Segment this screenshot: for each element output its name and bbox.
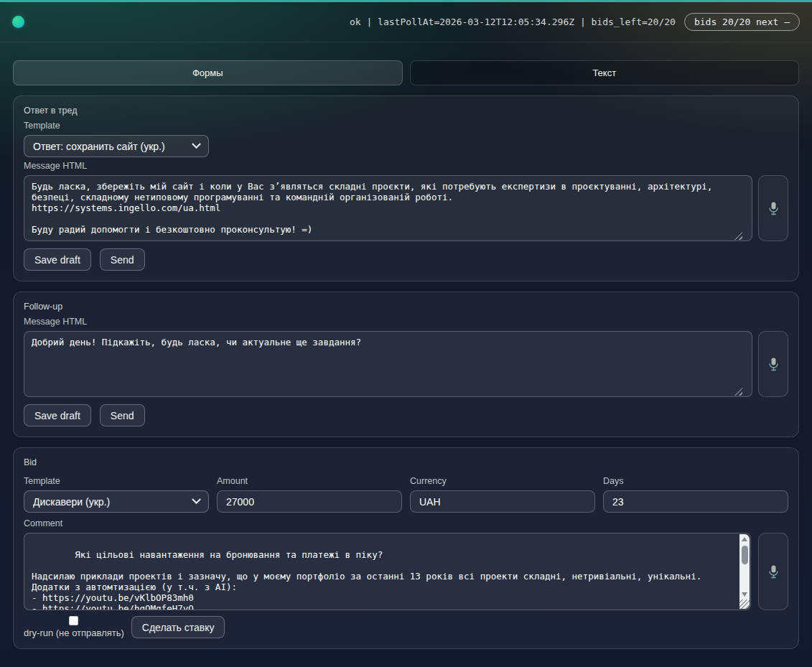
bid-days-label: Days	[603, 476, 788, 486]
bids-next-button[interactable]: bids 20/20 next —	[684, 13, 800, 31]
chevron-down-icon	[192, 139, 201, 149]
dry-run-label: dry-run (не отправлять)	[24, 628, 124, 638]
followup-message-label: Message HTML	[24, 317, 788, 327]
bid-comment-label: Comment	[24, 518, 788, 528]
comment-resize-handle[interactable]	[739, 600, 750, 609]
bid-panel-title: Bid	[24, 457, 788, 467]
bid-comment-text: Які цільові навантаження на бронювання т…	[32, 549, 707, 610]
reply-template-label: Template	[24, 121, 788, 131]
bid-template-label: Template	[24, 476, 209, 486]
reply-template-selected-value: Ответ: сохранить сайт (укр.)	[33, 141, 187, 152]
microphone-icon	[768, 358, 779, 371]
bid-days-input[interactable]	[603, 490, 788, 513]
dry-run-toggle[interactable]: dry-run (не отправлять)	[24, 616, 124, 638]
bid-currency-label: Currency	[410, 476, 595, 486]
status-text: ok | lastPollAt=2026-03-12T12:05:34.296Z…	[350, 17, 676, 27]
scrollbar-thumb[interactable]	[742, 546, 748, 564]
tab-forms[interactable]: Формы	[13, 60, 403, 85]
bid-template-selected-value: Дискавери (укр.)	[33, 496, 187, 508]
tab-text[interactable]: Текст	[410, 60, 800, 85]
followup-message-textarea[interactable]: Добрий день! Підкажіть, будь ласка, чи а…	[24, 331, 752, 397]
bid-panel: Bid Template Дискавери (укр.) Amount Cur…	[13, 447, 799, 649]
followup-mic-button[interactable]	[758, 331, 788, 397]
microphone-icon	[768, 202, 779, 215]
followup-panel-title: Follow-up	[24, 302, 788, 312]
topbar: ok | lastPollAt=2026-03-12T12:05:34.296Z…	[0, 0, 812, 42]
chevron-down-icon	[192, 495, 201, 504]
reply-save-draft-button[interactable]: Save draft	[24, 248, 91, 271]
place-bid-button[interactable]: Сделать ставку	[131, 616, 225, 638]
reply-panel-title: Ответ в тред	[24, 106, 788, 116]
bid-currency-input[interactable]	[410, 490, 595, 513]
reply-message-label: Message HTML	[24, 161, 788, 171]
status-indicator-dot	[12, 16, 24, 28]
reply-message-textarea[interactable]: Будь ласка, збережіть мій сайт і коли у …	[24, 175, 752, 241]
bid-mic-button[interactable]	[758, 533, 788, 610]
tab-bar: Формы Текст	[13, 60, 799, 85]
bid-comment-textarea[interactable]: Які цільові навантаження на бронювання т…	[24, 533, 751, 610]
scroll-up-arrow-icon[interactable]	[742, 537, 747, 541]
microphone-icon	[768, 565, 779, 579]
dry-run-checkbox[interactable]	[69, 616, 78, 625]
followup-panel: Follow-up Message HTML Добрий день! Підк…	[13, 291, 799, 437]
bid-amount-input[interactable]	[217, 490, 402, 513]
followup-send-button[interactable]: Send	[100, 404, 145, 426]
comment-scrollbar[interactable]	[739, 534, 750, 609]
reply-send-button[interactable]: Send	[100, 248, 145, 271]
followup-save-draft-button[interactable]: Save draft	[24, 404, 91, 426]
bid-amount-label: Amount	[217, 476, 402, 486]
bid-template-select[interactable]: Дискавери (укр.)	[24, 490, 209, 513]
reply-panel: Ответ в тред Template Ответ: сохранить с…	[13, 95, 799, 281]
reply-mic-button[interactable]	[758, 175, 788, 241]
reply-template-select[interactable]: Ответ: сохранить сайт (укр.)	[24, 135, 209, 157]
scroll-down-arrow-icon[interactable]	[742, 592, 747, 597]
